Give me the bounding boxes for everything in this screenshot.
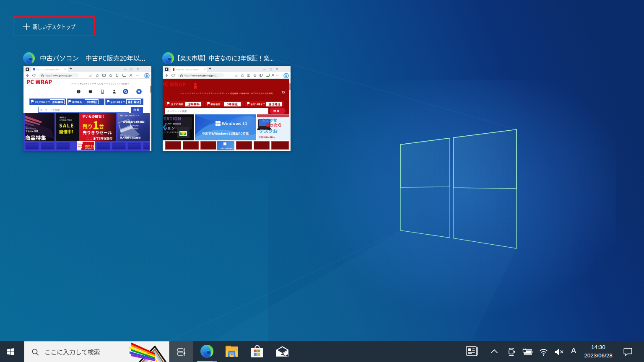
svg-text:b: b xyxy=(146,73,148,78)
svg-text:?: ? xyxy=(78,90,80,93)
svg-text:b: b xyxy=(285,73,287,78)
